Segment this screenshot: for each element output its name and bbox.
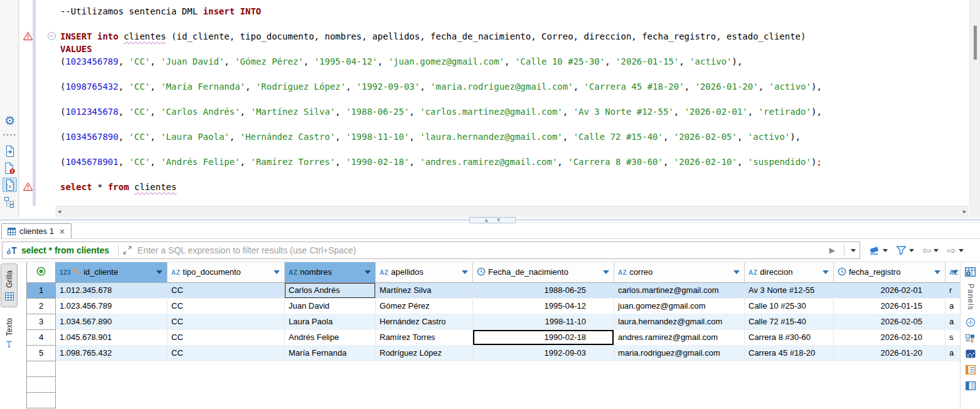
nav-back-dropdown[interactable] xyxy=(934,249,939,252)
grid-cell-nombres[interactable]: Andrés Felipe xyxy=(285,329,376,345)
nav-back-tool[interactable]: ⇦ xyxy=(922,245,939,256)
code-line[interactable] xyxy=(60,93,822,105)
new-script-icon[interactable] xyxy=(3,144,17,158)
aggregate-panel-icon[interactable]: E xyxy=(966,334,975,343)
row-number[interactable]: 3 xyxy=(27,314,56,329)
code-line[interactable] xyxy=(60,143,822,156)
close-icon[interactable]: × xyxy=(59,227,65,236)
grid-cell-tipo_documento[interactable]: CC xyxy=(168,282,285,298)
column-dropdown-icon[interactable] xyxy=(733,270,740,274)
value-viewer-icon[interactable] xyxy=(966,317,976,327)
code-line[interactable]: (1012345678, 'CC', 'Carlos Andrés', 'Mar… xyxy=(60,105,822,118)
column-header-apellidos[interactable]: AZapellidos xyxy=(376,262,473,282)
column-dropdown-icon[interactable] xyxy=(274,270,280,274)
script-error-icon[interactable] xyxy=(3,161,17,175)
grid-cell-nombres[interactable]: Laura Paola xyxy=(285,314,376,329)
grid-cell-apellidos[interactable]: Gómez Pérez xyxy=(376,298,473,314)
grid-cell-tipo_documento[interactable]: CC xyxy=(168,314,285,329)
code-line[interactable] xyxy=(60,168,822,181)
grid-cell-apellidos[interactable]: Rodríguez López xyxy=(376,345,473,361)
column-dropdown-icon[interactable] xyxy=(365,270,371,274)
column-header-correo[interactable]: AZcorreo xyxy=(614,262,745,282)
active-query-label[interactable]: select * from clientes xyxy=(21,245,109,255)
row-selector-header[interactable] xyxy=(27,262,56,282)
grid-cell-fecha_registro[interactable]: 2026-02-05 xyxy=(834,314,945,329)
pixel-grid-panel-icon[interactable] xyxy=(966,349,976,358)
grid-cell-correo[interactable]: maria.rodriguez@gmail.com xyxy=(614,345,745,361)
grid-cell-estado_cliente[interactable]: a xyxy=(945,298,961,314)
expand-filter-icon[interactable] xyxy=(122,245,132,255)
row-number[interactable]: 1 xyxy=(27,282,56,298)
filters-tool[interactable] xyxy=(896,245,914,255)
grid-cell-direccion[interactable]: Av 3 Norte #12-55 xyxy=(745,282,834,298)
code-line[interactable] xyxy=(60,68,822,80)
scroll-right-icon[interactable]: ▸ xyxy=(963,208,966,215)
row-number[interactable]: 5 xyxy=(27,345,56,361)
code-line[interactable]: (1045678901, 'CC', 'Andrés Felipe', 'Ram… xyxy=(60,156,822,168)
tab-texto[interactable]: Texto xyxy=(1,311,18,355)
grid-cell-fecha_de_nacimiento-focused[interactable]: 1990-02-18 xyxy=(473,329,614,345)
grid-cell-direccion[interactable]: Calle 10 #25-30 xyxy=(745,298,834,314)
row-number[interactable]: 2 xyxy=(27,298,56,314)
clear-filter-tool[interactable] xyxy=(868,246,888,255)
outline-icon[interactable] xyxy=(3,195,17,210)
column-dropdown-icon[interactable] xyxy=(156,270,162,274)
grid-cell-id_cliente[interactable]: 1.045.678.901 xyxy=(56,329,168,345)
grid-cell-fecha_registro[interactable]: 2026-02-10 xyxy=(834,329,945,345)
grid-cell-tipo_documento[interactable]: CC xyxy=(168,329,285,345)
settings-gear-icon[interactable]: ⚙ xyxy=(3,113,17,127)
row-number[interactable]: 4 xyxy=(27,329,56,345)
code-line[interactable] xyxy=(60,18,822,30)
grid-cell-estado_cliente[interactable]: r xyxy=(945,282,961,298)
scrollbar-thumb[interactable] xyxy=(974,26,977,60)
references-panel-icon[interactable] xyxy=(966,381,976,390)
code-line[interactable]: --Utilizamos sentencia DML insert INTO xyxy=(60,5,822,18)
fold-collapse-icon[interactable]: − xyxy=(48,32,56,40)
code-area[interactable]: --Utilizamos sentencia DML insert INTO I… xyxy=(60,5,822,193)
apply-filter-button[interactable]: ▶ xyxy=(829,246,835,255)
column-dropdown-icon[interactable] xyxy=(952,270,958,274)
column-dropdown-icon[interactable] xyxy=(823,270,829,274)
column-header-estado_cliente[interactable]: AZestado_cliente xyxy=(945,262,961,282)
code-line[interactable]: (1098765432, 'CC', 'María Fernanda', 'Ro… xyxy=(60,80,822,93)
grid-cell-tipo_documento[interactable]: CC xyxy=(168,298,285,314)
grid-cell-direccion[interactable]: Carrera 45 #18-20 xyxy=(745,345,834,361)
collapse-down-icon[interactable]: ▼ xyxy=(497,218,500,223)
column-dropdown-icon[interactable] xyxy=(462,270,468,274)
grid-cell-fecha_de_nacimiento[interactable]: 1988-06-25 xyxy=(473,282,614,298)
sql-editor-pane[interactable]: ⚙ ···· [x] --Utilizamos sentencia DML in… xyxy=(0,0,980,217)
column-header-fecha_registro[interactable]: fecha_registro xyxy=(834,262,945,282)
splitter-collapse-control[interactable]: ▲ ▼ xyxy=(469,217,516,223)
column-header-fecha_de_nacimiento[interactable]: Fecha_de_nacimiento xyxy=(473,262,614,282)
grid-cell-correo[interactable]: carlos.martinez@gmail.com xyxy=(614,282,745,298)
grid-cell-fecha_registro[interactable]: 2026-02-01 xyxy=(834,282,945,298)
grid-cell-apellidos[interactable]: Martínez Silva xyxy=(376,282,473,298)
grid-gear-icon[interactable] xyxy=(965,267,976,277)
code-line[interactable]: select * from clientes xyxy=(60,181,822,193)
grid-cell-nombres-focused[interactable]: Carlos Andrés xyxy=(285,282,376,298)
grid-cell-fecha_de_nacimiento[interactable]: 1998-11-10 xyxy=(473,314,614,329)
apply-filter-dropdown[interactable] xyxy=(851,249,856,252)
code-line[interactable]: VALUES xyxy=(60,43,822,55)
grid-cell-correo[interactable]: laura.hernandez@gmail.com xyxy=(614,314,745,329)
tab-grilla[interactable]: Grilla xyxy=(1,263,18,307)
grid-cell-id_cliente[interactable]: 1.023.456.789 xyxy=(56,298,168,314)
column-header-direccion[interactable]: AZdireccion xyxy=(745,262,834,282)
column-header-nombres[interactable]: AZnombres xyxy=(285,262,376,282)
column-header-id_cliente[interactable]: 123id_cliente xyxy=(56,262,168,282)
calc-panel-icon[interactable] xyxy=(966,365,976,374)
grid-cell-id_cliente[interactable]: 1.098.765.432 xyxy=(56,345,168,361)
grid-cell-nombres[interactable]: María Fernanda xyxy=(285,345,376,361)
grid-cell-fecha_registro[interactable]: 2026-01-20 xyxy=(834,345,945,361)
nav-forward-dropdown[interactable] xyxy=(959,249,964,252)
clear-filter-dropdown[interactable] xyxy=(883,249,888,252)
grid-cell-nombres[interactable]: Juan David xyxy=(285,298,376,314)
grid-cell-id_cliente[interactable]: 1.034.567.890 xyxy=(56,314,168,329)
grid-cell-fecha_de_nacimiento[interactable]: 1995-04-12 xyxy=(473,298,614,314)
code-line[interactable]: INSERT into clientes (id_cliente, tipo_d… xyxy=(60,30,822,43)
grid-cell-apellidos[interactable]: Ramírez Torres xyxy=(376,329,473,345)
grid-cell-tipo_documento[interactable]: CC xyxy=(168,345,285,361)
editor-vscrollbar[interactable] xyxy=(969,0,980,206)
filters-dropdown[interactable] xyxy=(909,249,914,252)
grid-cell-apellidos[interactable]: Hernández Castro xyxy=(376,314,473,329)
